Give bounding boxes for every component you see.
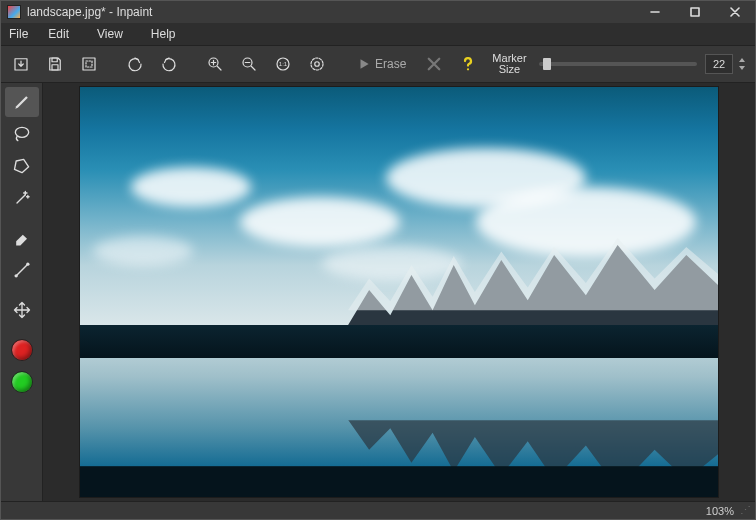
slider-thumb[interactable]	[543, 58, 551, 70]
zoom-in-icon	[206, 55, 224, 73]
redo-icon	[160, 55, 178, 73]
erase-label: Erase	[375, 57, 406, 71]
polygon-tool-icon	[12, 156, 32, 176]
move-tool[interactable]	[5, 295, 39, 325]
canvas-area[interactable]	[43, 83, 755, 501]
open-file-icon	[12, 55, 30, 73]
zoom-level: 103%	[706, 505, 734, 517]
app-icon	[7, 5, 21, 19]
help-button[interactable]	[452, 49, 484, 79]
question-icon	[459, 55, 477, 73]
undo-icon	[126, 55, 144, 73]
zoom-in-button[interactable]	[199, 49, 231, 79]
resize-grip[interactable]: ⋰	[740, 504, 749, 517]
eraser-tool[interactable]	[5, 223, 39, 253]
polygon-tool[interactable]	[5, 151, 39, 181]
cancel-button[interactable]	[418, 49, 450, 79]
menubar: File Edit View Help	[1, 23, 755, 45]
lasso-tool-icon	[12, 124, 32, 144]
erase-button[interactable]: Erase	[347, 53, 416, 75]
tool-strip	[1, 83, 43, 501]
statusbar: 103% ⋰	[1, 501, 755, 519]
zoom-out-button[interactable]	[233, 49, 265, 79]
red-dot-icon	[11, 339, 33, 361]
play-icon	[357, 57, 371, 71]
marker-size-value[interactable]: 22	[705, 54, 733, 74]
marker-tool[interactable]	[5, 87, 39, 117]
open-button[interactable]	[5, 49, 37, 79]
line-tool-icon	[12, 260, 32, 280]
titlebar: landscape.jpg* - Inpaint	[1, 1, 755, 23]
svg-rect-0	[691, 8, 699, 16]
zoom-out-icon	[240, 55, 258, 73]
marker-size-spinner	[737, 56, 747, 72]
red-mask-color[interactable]	[5, 335, 39, 365]
window-title: landscape.jpg* - Inpaint	[27, 5, 635, 19]
svg-rect-2	[52, 58, 57, 62]
zoom-fit-icon	[308, 55, 326, 73]
redo-button[interactable]	[153, 49, 185, 79]
green-mask-color[interactable]	[5, 367, 39, 397]
green-dot-icon	[11, 371, 33, 393]
magic-wand-tool[interactable]	[5, 183, 39, 213]
maximize-button[interactable]	[675, 1, 715, 23]
marker-size-slider[interactable]	[539, 62, 697, 66]
x-icon	[425, 55, 443, 73]
main-area	[1, 83, 755, 501]
marker-tool-icon	[12, 92, 32, 112]
svg-text:1:1: 1:1	[279, 61, 288, 67]
undo-button[interactable]	[119, 49, 151, 79]
spinner-down[interactable]	[737, 64, 747, 72]
line-tool[interactable]	[5, 255, 39, 285]
svg-point-13	[15, 127, 28, 137]
selection-icon	[80, 55, 98, 73]
eraser-tool-icon	[12, 228, 32, 248]
zoom-actual-button[interactable]: 1:1	[267, 49, 299, 79]
svg-point-12	[467, 68, 469, 70]
minimize-button[interactable]	[635, 1, 675, 23]
menu-view[interactable]: View	[87, 24, 141, 44]
svg-rect-5	[86, 61, 92, 67]
spinner-up[interactable]	[737, 56, 747, 64]
save-icon	[46, 55, 64, 73]
svg-point-10	[311, 58, 323, 70]
toolbar: 1:1 Erase Marker Size 22	[1, 45, 755, 83]
zoom-fit-button[interactable]	[301, 49, 333, 79]
image-canvas[interactable]	[79, 86, 719, 498]
zoom-actual-icon: 1:1	[274, 55, 292, 73]
menu-file[interactable]: File	[3, 24, 38, 44]
marker-size-label: Marker Size	[492, 53, 526, 75]
svg-point-11	[315, 62, 320, 67]
selection-button[interactable]	[73, 49, 105, 79]
svg-rect-3	[52, 65, 58, 70]
svg-rect-4	[83, 58, 95, 70]
close-button[interactable]	[715, 1, 755, 23]
move-tool-icon	[12, 300, 32, 320]
lasso-tool[interactable]	[5, 119, 39, 149]
save-button[interactable]	[39, 49, 71, 79]
magic-wand-icon	[12, 188, 32, 208]
menu-edit[interactable]: Edit	[38, 24, 87, 44]
menu-help[interactable]: Help	[141, 24, 194, 44]
